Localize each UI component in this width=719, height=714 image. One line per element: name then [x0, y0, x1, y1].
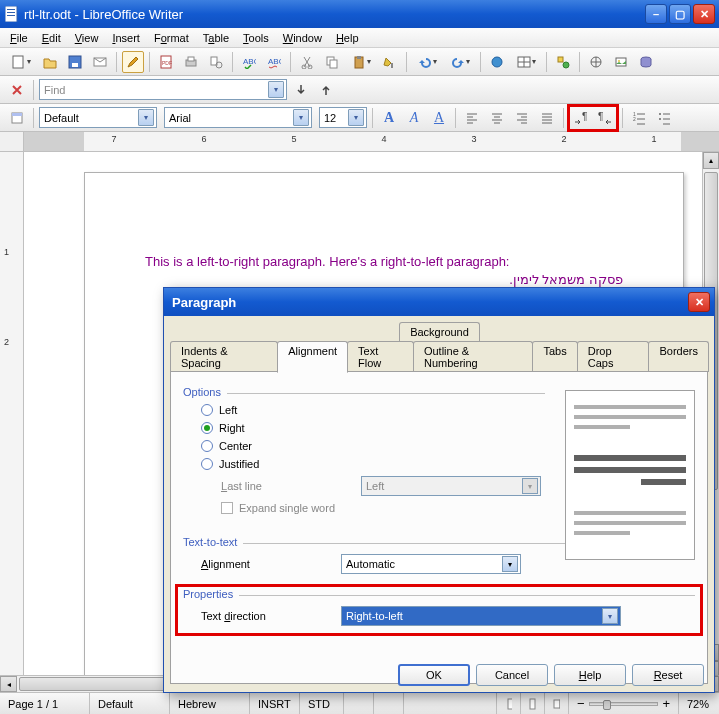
t2t-alignment-combo[interactable]: Automatic ▾: [341, 554, 521, 574]
tab-dropcaps[interactable]: Drop Caps: [577, 341, 650, 372]
font-size-combo[interactable]: 12 ▾: [319, 107, 367, 128]
underline-button[interactable]: A: [428, 107, 450, 129]
status-zoom-slider[interactable]: − +: [569, 693, 679, 714]
save-button[interactable]: [64, 51, 86, 73]
redo-button[interactable]: ▾: [445, 51, 475, 73]
table-button[interactable]: ▾: [511, 51, 541, 73]
tab-background[interactable]: Background: [399, 322, 480, 341]
tab-textflow[interactable]: Text Flow: [347, 341, 414, 372]
svg-rect-27: [558, 57, 563, 62]
cut-button[interactable]: [296, 51, 318, 73]
status-view-multi[interactable]: [521, 693, 545, 714]
minimize-button[interactable]: –: [645, 4, 667, 24]
align-right-button[interactable]: [511, 107, 533, 129]
cancel-button[interactable]: Cancel: [476, 664, 548, 686]
ok-button[interactable]: OK: [398, 664, 470, 686]
dialog-close-button[interactable]: ✕: [688, 292, 710, 312]
find-dropdown-button[interactable]: ▾: [268, 81, 284, 98]
status-selection[interactable]: STD: [300, 693, 344, 714]
close-find-button[interactable]: [6, 79, 28, 101]
tab-alignment[interactable]: Alignment: [277, 341, 348, 373]
find-field[interactable]: Find ▾: [39, 79, 287, 100]
navigator-button[interactable]: [585, 51, 607, 73]
copy-button[interactable]: [321, 51, 343, 73]
reset-button[interactable]: Reset: [632, 664, 704, 686]
svg-rect-34: [12, 113, 22, 116]
help-button[interactable]: Help: [554, 664, 626, 686]
email-button[interactable]: [89, 51, 111, 73]
styles-window-button[interactable]: [6, 107, 28, 129]
svg-text:ABC: ABC: [243, 57, 256, 66]
text-direction-label: Text direction: [201, 610, 341, 622]
spellcheck-button[interactable]: ABC: [238, 51, 260, 73]
print-button[interactable]: [180, 51, 202, 73]
format-paintbrush-button[interactable]: [379, 51, 401, 73]
scroll-up-button[interactable]: ▴: [703, 152, 719, 169]
tab-borders[interactable]: Borders: [648, 341, 709, 372]
status-page[interactable]: Page 1 / 1: [0, 693, 90, 714]
horizontal-ruler[interactable]: 7 6 5 4 3 2 1: [24, 132, 719, 152]
tab-indents[interactable]: Indents & Spacing: [170, 341, 278, 372]
ltr-button[interactable]: ¶: [570, 107, 592, 129]
auto-spellcheck-button[interactable]: ABC: [263, 51, 285, 73]
edit-mode-button[interactable]: [122, 51, 144, 73]
text-direction-dropdown[interactable]: ▾: [602, 608, 618, 624]
standard-toolbar: ▾ PDF ABC ABC ▾ ▾ ▾ ▾: [0, 48, 719, 76]
data-sources-button[interactable]: [635, 51, 657, 73]
menu-view[interactable]: View: [69, 30, 105, 46]
dialog-titlebar[interactable]: Paragraph ✕: [164, 288, 714, 316]
font-size-dropdown[interactable]: ▾: [348, 109, 364, 126]
export-pdf-button[interactable]: PDF: [155, 51, 177, 73]
status-language[interactable]: Hebrew: [170, 693, 250, 714]
find-next-button[interactable]: [290, 79, 312, 101]
rtl-button[interactable]: ¶: [594, 107, 616, 129]
close-button[interactable]: ✕: [693, 4, 715, 24]
menu-edit[interactable]: Edit: [36, 30, 67, 46]
para-style-dropdown[interactable]: ▾: [138, 109, 154, 126]
hyperlink-button[interactable]: [486, 51, 508, 73]
status-style[interactable]: Default: [90, 693, 170, 714]
svg-rect-4: [13, 56, 23, 68]
svg-rect-18: [327, 57, 334, 65]
status-view-single[interactable]: [497, 693, 521, 714]
find-prev-button[interactable]: [315, 79, 337, 101]
bold-button[interactable]: A: [378, 107, 400, 129]
print-preview-button[interactable]: [205, 51, 227, 73]
font-name-combo[interactable]: Arial ▾: [164, 107, 312, 128]
para-style-combo[interactable]: Default ▾: [39, 107, 157, 128]
maximize-button[interactable]: ▢: [669, 4, 691, 24]
menu-window[interactable]: Window: [277, 30, 328, 46]
show-draw-button[interactable]: [552, 51, 574, 73]
paragraph-ltr[interactable]: This is a left-to-right paragraph. Here'…: [145, 253, 623, 271]
status-modified[interactable]: [344, 693, 374, 714]
open-button[interactable]: [39, 51, 61, 73]
menu-tools[interactable]: Tools: [237, 30, 275, 46]
menu-file[interactable]: File: [4, 30, 34, 46]
t2t-alignment-dropdown[interactable]: ▾: [502, 556, 518, 572]
status-insert[interactable]: INSRT: [250, 693, 300, 714]
gallery-button[interactable]: [610, 51, 632, 73]
font-name-dropdown[interactable]: ▾: [293, 109, 309, 126]
paste-button[interactable]: ▾: [346, 51, 376, 73]
status-zoom[interactable]: 72%: [679, 693, 719, 714]
tab-tabs[interactable]: Tabs: [532, 341, 577, 372]
align-justify-button[interactable]: [536, 107, 558, 129]
scroll-left-button[interactable]: ◂: [0, 676, 17, 692]
align-center-button[interactable]: [486, 107, 508, 129]
new-doc-button[interactable]: ▾: [6, 51, 36, 73]
vertical-ruler[interactable]: 1 2: [0, 152, 24, 712]
menu-help[interactable]: Help: [330, 30, 365, 46]
svg-rect-12: [211, 57, 217, 65]
bullet-list-button[interactable]: [653, 107, 675, 129]
italic-button[interactable]: A: [403, 107, 425, 129]
status-signature[interactable]: [374, 693, 404, 714]
menu-table[interactable]: Table: [197, 30, 235, 46]
text-direction-combo[interactable]: Right-to-left ▾: [341, 606, 621, 626]
undo-button[interactable]: ▾: [412, 51, 442, 73]
menu-insert[interactable]: Insert: [106, 30, 146, 46]
menu-format[interactable]: Format: [148, 30, 195, 46]
numbered-list-button[interactable]: 12: [628, 107, 650, 129]
status-view-book[interactable]: [545, 693, 569, 714]
align-left-button[interactable]: [461, 107, 483, 129]
tab-outline[interactable]: Outline & Numbering: [413, 341, 534, 372]
